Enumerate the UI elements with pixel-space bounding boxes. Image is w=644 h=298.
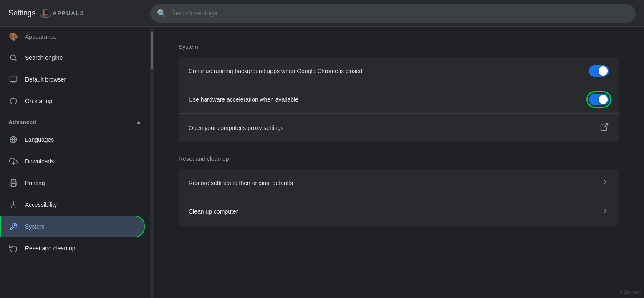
system-settings-card: Continue running background apps when Go… <box>179 57 619 142</box>
restore-defaults-label: Restore settings to their original defau… <box>189 180 293 186</box>
sidebar-item-downloads[interactable]: Downloads <box>0 150 145 172</box>
scrollbar-thumb <box>151 32 153 69</box>
sidebar-label-reset: Reset and clean up <box>25 245 76 252</box>
restore-defaults-row[interactable]: Restore settings to their original defau… <box>179 169 619 197</box>
svg-line-13 <box>604 123 608 127</box>
sidebar-label-accessibility: Accessibility <box>25 201 57 208</box>
cleanup-computer-row[interactable]: Clean up computer <box>179 197 619 226</box>
sidebar-label-appearance: Appearance <box>25 33 57 40</box>
content-area: System Continue running background apps … <box>154 27 644 298</box>
sidebar-item-languages[interactable]: Languages <box>0 129 145 150</box>
svg-line-11 <box>11 206 12 208</box>
background-apps-toggle[interactable] <box>589 65 609 77</box>
reset-icon <box>8 243 18 253</box>
system-icon <box>8 222 18 232</box>
sidebar-item-search-engine[interactable]: Search engine <box>0 47 145 69</box>
main-layout: 🎨 Appearance Search engine Default brows… <box>0 27 644 298</box>
search-input[interactable] <box>171 10 629 17</box>
search-engine-icon <box>8 53 18 63</box>
svg-rect-2 <box>10 76 17 82</box>
sidebar-item-system[interactable]: System <box>0 216 145 237</box>
reset-section-title: Reset and clean up <box>179 155 619 162</box>
sidebar-item-default-browser[interactable]: Default browser <box>0 69 145 90</box>
reset-settings-card: Restore settings to their original defau… <box>179 169 619 226</box>
advanced-label: Advanced <box>8 119 36 125</box>
hardware-acceleration-toggle[interactable] <box>589 94 609 105</box>
scrollbar-track[interactable] <box>150 27 154 298</box>
appearance-icon: 🎨 <box>8 32 18 42</box>
watermark: wSidn.com <box>620 290 641 295</box>
svg-point-9 <box>13 202 14 203</box>
sidebar: 🎨 Appearance Search engine Default brows… <box>0 27 150 298</box>
advanced-section-header[interactable]: Advanced ▲ <box>0 112 150 129</box>
system-section-title: System <box>179 43 619 50</box>
sidebar-item-reset-clean[interactable]: Reset and clean up <box>0 237 145 259</box>
sidebar-label-default-browser: Default browser <box>25 76 66 83</box>
restore-arrow-icon <box>601 178 609 188</box>
default-browser-icon <box>8 74 18 84</box>
settings-title: Settings <box>8 9 35 18</box>
sidebar-item-accessibility[interactable]: Accessibility <box>0 194 145 216</box>
sidebar-label-downloads: Downloads <box>25 158 54 165</box>
reset-section: Reset and clean up Restore settings to t… <box>179 155 619 226</box>
hardware-acceleration-label: Use hardware acceleration when available <box>189 96 298 103</box>
sidebar-label-printing: Printing <box>25 180 45 186</box>
header-title-area: Settings 🎩 APPUALS <box>8 8 150 19</box>
accessibility-icon <box>8 200 18 210</box>
advanced-chevron: ▲ <box>136 119 141 125</box>
svg-line-12 <box>15 206 15 208</box>
sidebar-label-on-startup: On startup <box>25 98 52 104</box>
header: Settings 🎩 APPUALS 🔍 <box>0 0 644 27</box>
sidebar-label-search-engine: Search engine <box>25 54 63 61</box>
search-bar[interactable]: 🔍 <box>150 4 636 23</box>
downloads-icon <box>8 156 18 166</box>
svg-point-0 <box>10 55 15 60</box>
system-section: System Continue running background apps … <box>179 43 619 142</box>
hardware-acceleration-row: Use hardware acceleration when available <box>179 85 619 114</box>
sidebar-label-system: System <box>25 223 45 230</box>
printing-icon <box>8 178 18 188</box>
sidebar-item-printing[interactable]: Printing <box>0 172 145 194</box>
languages-icon <box>8 135 18 145</box>
sidebar-item-on-startup[interactable]: On startup <box>0 90 145 112</box>
on-startup-icon <box>8 96 18 106</box>
appuals-logo: 🎩 APPUALS <box>40 8 84 19</box>
svg-rect-8 <box>11 184 15 187</box>
cleanup-arrow-icon <box>601 207 609 216</box>
svg-line-1 <box>15 59 17 61</box>
background-apps-label: Continue running background apps when Go… <box>189 68 362 74</box>
proxy-settings-label: Open your computer's proxy settings <box>189 125 284 131</box>
cleanup-computer-label: Clean up computer <box>189 208 238 215</box>
sidebar-item-appearance[interactable]: 🎨 Appearance <box>0 30 145 47</box>
external-link-icon <box>600 122 609 134</box>
sidebar-label-languages: Languages <box>25 136 54 143</box>
search-icon: 🔍 <box>157 9 166 18</box>
background-apps-row: Continue running background apps when Go… <box>179 57 619 85</box>
proxy-settings-row[interactable]: Open your computer's proxy settings <box>179 114 619 142</box>
